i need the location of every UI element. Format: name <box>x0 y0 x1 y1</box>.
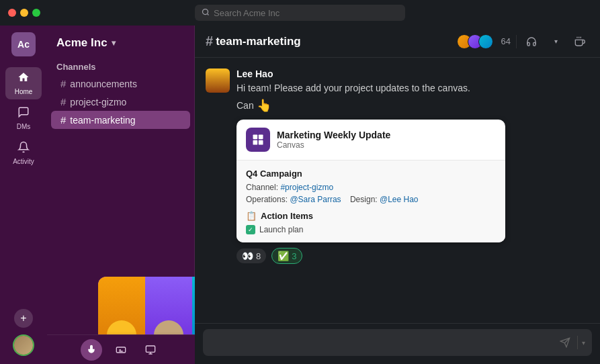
icon-sidebar: Ac Home DMs Activity + <box>0 26 47 364</box>
canvas-embed-header: Marketing Weekly Update Canvas <box>237 120 505 161</box>
message-header: Lee Hao <box>237 69 589 79</box>
message-item: Lee Hao Hi team! Please add your project… <box>206 69 589 264</box>
action-item-text: Launch plan <box>259 225 303 234</box>
messages-area[interactable]: Lee Hao Hi team! Please add your project… <box>195 58 600 323</box>
action-items-title: Action Items <box>261 211 313 221</box>
workspace-chevron-icon: ▾ <box>112 38 116 48</box>
member-avatar-3 <box>478 34 493 49</box>
svg-point-0 <box>203 9 208 15</box>
main-content: # team-marketing 64 ▾ <box>195 26 600 364</box>
dms-label: DMs <box>17 123 31 130</box>
mic-button[interactable] <box>81 339 102 361</box>
screen-button[interactable] <box>140 339 161 361</box>
canvas-link-prefix: Can <box>237 100 254 111</box>
reaction-check[interactable]: ✅ 3 <box>271 248 302 264</box>
canvas-app-icon <box>246 128 270 152</box>
canvas-design-link[interactable]: @Lee Hao <box>380 195 419 204</box>
canvas-open-button[interactable] <box>570 32 589 51</box>
channel-hash-icon: # <box>60 78 66 89</box>
search-bar[interactable] <box>195 5 405 21</box>
canvas-channel-link[interactable]: #project-gizmo <box>280 183 333 192</box>
canvas-link-text[interactable]: Can 👆 <box>237 98 589 113</box>
member-count: 64 <box>501 36 511 46</box>
avatar-face <box>206 69 230 93</box>
eyes-count: 8 <box>256 251 261 261</box>
workspace-name[interactable]: Acme Inc ▾ <box>47 34 194 58</box>
canvas-embed-title: Marketing Weekly Update <box>277 130 390 140</box>
channel-hash-icon: # <box>60 114 66 126</box>
sidebar-item-home[interactable]: Home <box>5 67 42 99</box>
reaction-eyes[interactable]: 👀 8 <box>237 248 266 263</box>
header-divider <box>516 35 517 48</box>
eyes-emoji: 👀 <box>242 251 253 261</box>
canvas-q4-title: Q4 Campaign <box>246 169 496 179</box>
member-avatars <box>457 34 493 49</box>
canvas-embed-subtitle: Canvas <box>277 140 390 150</box>
message-sender: Lee Hao <box>237 69 273 79</box>
canvas-channel-label: Channel: <box>246 183 278 192</box>
check-box-icon: ✓ <box>246 225 255 234</box>
svg-rect-7 <box>259 135 263 140</box>
canvas-ops-link[interactable]: @Sara Parras <box>290 195 341 204</box>
channel-name: project-gizmo <box>70 97 126 107</box>
search-input[interactable] <box>214 8 398 18</box>
huddle-button[interactable] <box>522 32 541 51</box>
dms-icon <box>17 106 30 122</box>
action-item-row: ✓ Launch plan <box>246 225 496 234</box>
input-divider <box>577 336 578 349</box>
channel-title: # team-marketing <box>206 34 301 49</box>
reactions: 👀 8 ✅ 3 <box>237 248 589 264</box>
cursor-hand-icon: 👆 <box>257 98 271 113</box>
channel-item-project-gizmo[interactable]: # project-gizmo <box>51 93 190 111</box>
bottom-toolbar <box>47 334 195 364</box>
channel-name: team-marketing <box>70 115 135 126</box>
send-options-button[interactable]: ▾ <box>581 338 587 348</box>
message-content: Lee Hao Hi team! Please add your project… <box>237 69 589 264</box>
canvas-channel-row: Channel: #project-gizmo <box>246 183 496 192</box>
add-button[interactable]: + <box>14 309 33 328</box>
title-bar <box>0 0 600 26</box>
sidebar-item-dms[interactable]: DMs <box>5 102 42 134</box>
svg-rect-9 <box>259 140 263 145</box>
canvas-embed-card[interactable]: Marketing Weekly Update Canvas Q4 Campai… <box>237 120 505 242</box>
channel-item-announcements[interactable]: # announcements <box>51 75 190 93</box>
minimize-button[interactable] <box>20 9 28 17</box>
home-label: Home <box>15 88 33 95</box>
canvas-ops-row: Operations: @Sara Parras Design: @Lee Ha… <box>246 195 496 204</box>
captions-button[interactable] <box>110 339 132 361</box>
workspace-avatar[interactable]: Ac <box>11 32 36 56</box>
send-button[interactable] <box>556 333 574 352</box>
canvas-embed-body: Q4 Campaign Channel: #project-gizmo Oper… <box>237 161 505 242</box>
close-button[interactable] <box>8 9 16 17</box>
channels-section-label: Channels <box>47 58 194 75</box>
channel-title-text: team-marketing <box>216 35 301 48</box>
sidebar-item-activity[interactable]: Activity <box>5 137 42 169</box>
action-items-header: 📋 Action Items <box>246 211 496 221</box>
channel-hash-icon: # <box>60 96 66 107</box>
message-input-box[interactable]: ▾ <box>203 329 592 356</box>
message-input[interactable] <box>208 337 556 348</box>
svg-rect-6 <box>253 135 258 140</box>
header-right: 64 ▾ <box>457 32 589 51</box>
search-icon <box>202 7 210 19</box>
channel-name: announcements <box>70 79 137 89</box>
canvas-design-label: Design: <box>350 195 378 204</box>
huddle-chevron-button[interactable]: ▾ <box>546 32 565 51</box>
user-avatar[interactable] <box>13 334 34 356</box>
canvas-embed-title-group: Marketing Weekly Update Canvas <box>277 130 390 150</box>
check-count: 3 <box>292 251 296 261</box>
canvas-ops-label: Operations: <box>246 195 288 204</box>
workspace-name-text: Acme Inc <box>56 36 108 50</box>
channel-header: # team-marketing 64 ▾ <box>195 26 600 58</box>
traffic-lights <box>8 9 40 17</box>
channel-item-team-marketing[interactable]: # team-marketing <box>51 111 190 129</box>
activity-icon <box>17 141 30 156</box>
user-face <box>14 336 33 355</box>
check-emoji: ✅ <box>277 251 289 261</box>
maximize-button[interactable] <box>32 9 40 17</box>
svg-rect-8 <box>253 140 258 145</box>
svg-rect-2 <box>146 346 155 352</box>
channel-sidebar: Acme Inc ▾ Channels # announcements # pr… <box>47 26 195 364</box>
action-items-icon: 📋 <box>246 211 257 221</box>
activity-label: Activity <box>13 158 34 165</box>
